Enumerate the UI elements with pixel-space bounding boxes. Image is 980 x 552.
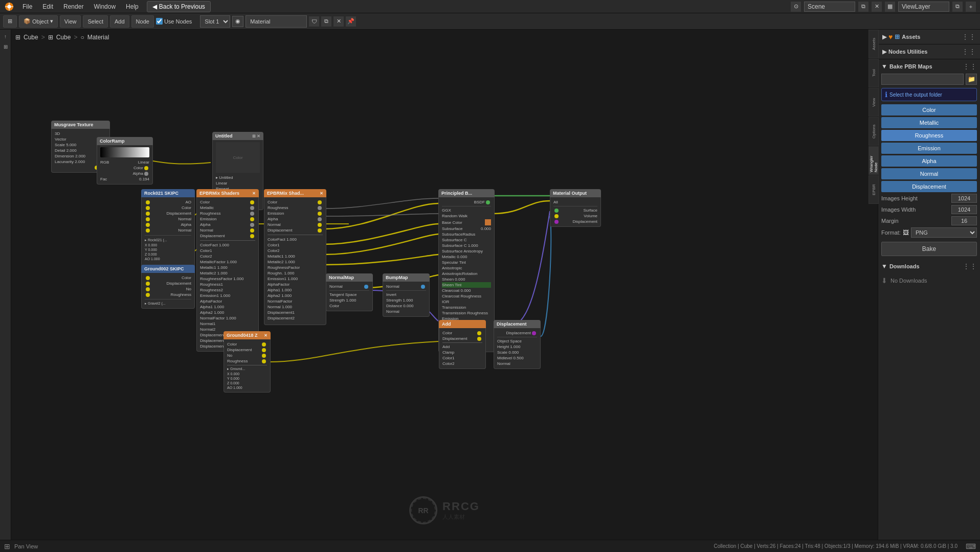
select-btn[interactable]: Select <box>83 15 108 28</box>
side-tabs: Assets Tool View Options Node Wrangler E… <box>868 30 879 204</box>
breadcrumb-icon-1: ⊞ <box>15 34 20 41</box>
node-bump-map[interactable]: BumpMap Normal Invert Strength 1.000 Dis… <box>383 273 430 317</box>
bake-pbr-header[interactable]: ▼ Bake PBR Maps ⋮⋮ <box>881 62 977 71</box>
side-tab-options[interactable]: Options <box>868 117 879 146</box>
collapse-arrow-icon-2: ▶ <box>882 49 886 55</box>
node-epbr-mix[interactable]: EPBRMix Shaders ✕ Color Metallic Roughne… <box>196 189 259 352</box>
view-btn[interactable]: View <box>60 15 81 28</box>
scene-input[interactable] <box>804 2 855 12</box>
node-canvas[interactable]: ⊞ Cube > ⊞ Cube > ○ Material <box>11 30 878 540</box>
menu-render[interactable]: Render <box>61 2 85 11</box>
no-downloads-row: ⬇ No Downloads <box>881 273 977 288</box>
folder-browse-btn[interactable]: 📁 <box>966 74 977 85</box>
material-close-icon[interactable]: ✕ <box>333 16 344 27</box>
heart-icon: ♥ <box>888 33 893 41</box>
side-tab-tool[interactable]: Tool <box>868 59 879 87</box>
side-tab-view[interactable]: View <box>868 88 879 117</box>
input-icon: ⌨ <box>966 542 976 550</box>
material-shield-icon[interactable]: 🛡 <box>309 16 319 27</box>
node-epbr-sha2[interactable]: EPBRMix Shad... ✕ Color Roughness Emissi… <box>264 189 326 325</box>
side-tab-assets[interactable]: Assets <box>868 30 879 58</box>
alpha-map-btn[interactable]: Alpha <box>881 155 977 167</box>
view-layer-add-btn[interactable]: + <box>966 2 976 12</box>
scene-copy-btn[interactable]: ⧉ <box>858 2 868 12</box>
images-width-row: Images Width 1024 <box>881 205 977 214</box>
material-field[interactable]: Material <box>246 15 307 28</box>
images-width-label: Images Width <box>881 206 916 213</box>
material-copy-icon[interactable]: ⧉ <box>321 16 331 27</box>
material-sphere-icon[interactable]: ◉ <box>232 16 243 27</box>
breadcrumb: ⊞ Cube > ⊞ Cube > ○ Material <box>15 34 109 41</box>
folder-input[interactable] <box>881 74 964 85</box>
downloads-menu-dots[interactable]: ⋮⋮ <box>963 262 977 270</box>
view-layer-icon-btn[interactable]: ▦ <box>885 2 895 12</box>
collapse-down-icon: ▼ <box>881 63 887 70</box>
slot-select[interactable]: Slot 1 <box>200 15 230 28</box>
use-nodes-checkbox[interactable] <box>156 18 163 25</box>
displacement-map-btn[interactable]: Displacement <box>881 181 977 192</box>
bake-pbr-section: ▼ Bake PBR Maps ⋮⋮ 📁 ℹ Select the output… <box>878 59 980 259</box>
images-height-value[interactable]: 1024 <box>951 194 977 203</box>
node-btn[interactable]: Node <box>131 15 154 28</box>
emission-map-btn[interactable]: Emission <box>881 143 977 154</box>
workspace-icon-btn[interactable]: ⊞ <box>3 15 17 28</box>
breadcrumb-material[interactable]: Material <box>87 34 109 41</box>
node-colorramp[interactable]: ColorRamp RGBLinear Color Alpha Fac0.194 <box>97 137 153 185</box>
warning-text: Select the output folder <box>889 92 942 98</box>
node-ground002[interactable]: Ground002 SKIPC Color Displacement No Ro… <box>141 265 195 309</box>
bake-pbr-menu-dots[interactable]: ⋮⋮ <box>963 62 977 71</box>
scene-close-btn[interactable]: ✕ <box>872 2 882 12</box>
left-strip: ↑ ⊞ <box>0 30 11 540</box>
right-panel: ▶ ♥ ⊞ Assets ⋮⋮ ▶ Nodes Utilities ⋮⋮ ▼ B… <box>878 30 980 540</box>
margin-value[interactable]: 16 <box>951 216 977 225</box>
side-tab-epbr[interactable]: EPBR <box>868 175 879 204</box>
node-add[interactable]: Add Color Displacement Add Clamp Color1 … <box>439 320 486 369</box>
images-width-value[interactable]: 1024 <box>951 205 977 214</box>
node-toolbar: ⊞ 📦 Object ▾ View Select Add Node Use No… <box>0 13 980 30</box>
menu-help[interactable]: Help <box>124 2 141 11</box>
assets-title-text: Assets <box>902 34 920 40</box>
node-ground0418[interactable]: Ground0418 Z ✕ Color Displacement No Rou… <box>224 331 271 393</box>
pan-view-bar: ⊞ Pan View Collection | Cube | Verts:26 … <box>0 540 980 552</box>
breadcrumb-cube2[interactable]: Cube <box>56 34 71 41</box>
metallic-map-btn[interactable]: Metallic <box>881 117 977 128</box>
node-musgrave-title: Musgrave Texture <box>54 122 93 127</box>
collapse-arrow-icon: ▶ <box>882 34 886 40</box>
menu-file[interactable]: File <box>20 2 34 11</box>
left-strip-btn-1[interactable]: ↑ <box>1 32 10 41</box>
normal-map-btn[interactable]: Normal <box>881 168 977 179</box>
menu-edit[interactable]: Edit <box>40 2 55 11</box>
material-pin-icon[interactable]: 📌 <box>346 16 356 27</box>
add-btn[interactable]: Add <box>110 15 129 28</box>
images-height-row: Images Height 1024 <box>881 194 977 203</box>
assets-section-header[interactable]: ▶ ♥ ⊞ Assets ⋮⋮ <box>878 30 980 44</box>
use-nodes-toggle[interactable]: Use Nodes <box>156 18 192 25</box>
nodes-utilities-menu-dots[interactable]: ⋮⋮ <box>962 48 976 56</box>
bake-button[interactable]: Bake <box>881 242 977 256</box>
downloads-section: ▼ Downloads ⋮⋮ ⬇ No Downloads <box>878 259 980 291</box>
view-layer-copy-btn[interactable]: ⧉ <box>952 2 963 12</box>
view-layer-input[interactable] <box>898 2 949 12</box>
side-tab-node-wrangler[interactable]: Node Wrangler <box>868 146 879 175</box>
node-displacement[interactable]: Displacement Displacement Object Space H… <box>494 320 541 369</box>
scene-area: ⊙ ⧉ ✕ ▦ ⧉ + <box>791 2 976 12</box>
object-icon: 📦 <box>24 18 31 25</box>
breadcrumb-cube1[interactable]: Cube <box>24 34 38 41</box>
scene-icon-btn[interactable]: ⊙ <box>791 2 801 12</box>
assets-menu-dots[interactable]: ⋮⋮ <box>962 33 976 41</box>
downloads-collapse-icon: ▼ <box>881 263 887 270</box>
top-menubar: File Edit Render Window Help ◀ Back to P… <box>0 0 980 13</box>
node-normal-map[interactable]: NormalMap Normal Tangent Space Strength … <box>326 273 373 311</box>
menu-window[interactable]: Window <box>92 2 118 11</box>
status-text: Collection | Cube | Verts:26 | Faces:24 … <box>714 543 957 549</box>
object-type-btn[interactable]: 📦 Object ▾ <box>19 15 58 28</box>
color-map-btn[interactable]: Color <box>881 104 977 116</box>
format-select[interactable]: PNG JPEG EXR <box>911 227 977 238</box>
back-to-previous-button[interactable]: ◀ Back to Previous <box>147 1 211 12</box>
node-material-output[interactable]: Material Output All Surface Volume Displ… <box>550 189 601 227</box>
nodes-utilities-header[interactable]: ▶ Nodes Utilities ⋮⋮ <box>878 44 980 59</box>
roughness-map-btn[interactable]: Roughness <box>881 130 977 141</box>
downloads-header[interactable]: ▼ Downloads ⋮⋮ <box>881 262 977 270</box>
assets-icon: ⊞ <box>895 33 900 40</box>
left-strip-btn-2[interactable]: ⊞ <box>1 42 10 51</box>
